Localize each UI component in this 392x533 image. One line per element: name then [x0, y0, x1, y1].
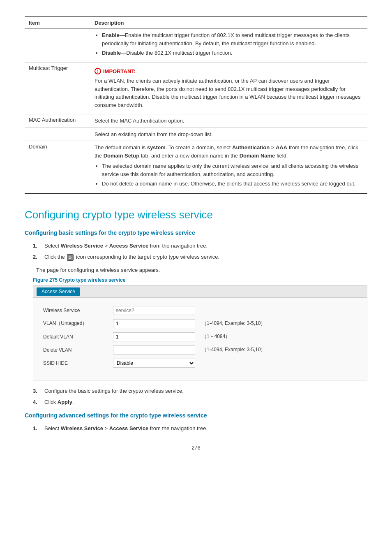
step-text-3: Configure the basic settings for the cry… [44, 387, 367, 395]
figure-label: Figure 275 Crypto type wireless service [33, 277, 367, 283]
important-text: IMPORTANT: [103, 67, 136, 76]
steps-list-basic: 1. Select Wireless Service > Access Serv… [25, 242, 367, 261]
form-row-wireless-service: Wireless Service [43, 306, 357, 315]
figure-tab-bar: Access Service [33, 286, 367, 298]
row-item-empty2 [25, 127, 90, 141]
vlan-untagged-input[interactable] [113, 319, 195, 328]
form-label-wireless-service: Wireless Service [43, 308, 109, 313]
figure-form: Wireless Service VLAN（Untagged） （1-4094,… [33, 298, 367, 380]
step-text-2: Click the ⚙ icon corresponding to the ta… [44, 253, 367, 261]
table-row-mac: MAC Authentication Select the MAC Authen… [25, 114, 367, 128]
table-row-domain: Domain The default domain is system. To … [25, 141, 367, 193]
important-block: ! IMPORTANT: For a WLAN, the clients can… [95, 67, 363, 109]
row-desc-important: ! IMPORTANT: For a WLAN, the clients can… [90, 62, 367, 114]
row-desc-domain-note: Select an existing domain from the drop-… [90, 127, 367, 141]
row-item-mac: MAC Authentication [25, 114, 90, 128]
col-item: Item [25, 17, 90, 29]
form-label-ssid-hide: SSID HIDE [43, 360, 109, 366]
row-item-multicast: Multicast Trigger [25, 62, 90, 114]
step-num-1: 1. [33, 242, 40, 250]
step-3: 3. Configure the basic settings for the … [25, 387, 367, 395]
delete-vlan-input[interactable] [113, 345, 195, 355]
table-row: Enable—Enable the multicast trigger func… [25, 29, 367, 63]
form-label-vlan-untagged: VLAN（Untagged） [43, 320, 109, 327]
step-adv-text-1: Select Wireless Service > Access Service… [44, 424, 367, 433]
wireless-service-input[interactable] [113, 306, 195, 315]
col-description: Description [90, 17, 367, 29]
form-label-delete-vlan: Delete VLAN [43, 347, 109, 353]
page-number: 276 [25, 445, 367, 451]
row-desc-mac: Select the MAC Authentication option. [90, 114, 367, 128]
disable-bold: Disable [102, 50, 121, 56]
row-item-domain: Domain [25, 141, 90, 193]
figure-box: Access Service Wireless Service VLAN（Unt… [33, 285, 367, 380]
step-num-4: 4. [33, 398, 40, 406]
steps-list-advanced: 1. Select Wireless Service > Access Serv… [25, 424, 367, 433]
step-text-1: Select Wireless Service > Access Service… [44, 242, 367, 250]
form-row-ssid-hide: SSID HIDE Disable Enable [43, 359, 357, 368]
form-row-delete-vlan: Delete VLAN （1-4094, Example: 3-5,10） [43, 345, 357, 355]
delete-vlan-hint: （1-4094, Example: 3-5,10） [202, 346, 265, 353]
row-item-empty [25, 29, 90, 63]
form-label-default-vlan: Default VLAN [43, 334, 109, 340]
step-1: 1. Select Wireless Service > Access Serv… [25, 242, 367, 250]
steps-list-after: 3. Configure the basic settings for the … [25, 387, 367, 406]
subsection-basic-title: Configuring basic settings for the crypt… [25, 229, 367, 236]
row-desc-bullets: Enable—Enable the multicast trigger func… [90, 29, 367, 63]
step-note-figure: The page for configuring a wireless serv… [36, 267, 367, 273]
important-icon: ! [95, 68, 101, 74]
subsection-advanced: Configuring advanced settings for the cr… [25, 412, 367, 433]
vlan-untagged-hint: （1-4094, Example: 3-5,10） [202, 320, 265, 327]
table-row-multicast: Multicast Trigger ! IMPORTANT: For a WLA… [25, 62, 367, 114]
row-desc-domain: The default domain is system. To create … [90, 141, 367, 193]
svg-text:⚙: ⚙ [68, 255, 72, 260]
step-adv-1: 1. Select Wireless Service > Access Serv… [25, 424, 367, 433]
form-row-default-vlan: Default VLAN （1－4094） [43, 332, 357, 341]
default-vlan-hint: （1－4094） [202, 333, 230, 340]
default-vlan-input[interactable] [113, 332, 195, 341]
step-2: 2. Click the ⚙ icon corresponding to the… [25, 253, 367, 261]
step-num-2: 2. [33, 253, 40, 261]
main-table: Item Description Enable—Enable the multi… [25, 16, 367, 194]
step-text-4: Click Apply. [44, 398, 367, 406]
subsection-basic: Configuring basic settings for the crypt… [25, 229, 367, 406]
figure-tab: Access Service [37, 287, 80, 296]
step-4: 4. Click Apply. [25, 398, 367, 406]
ssid-hide-select[interactable]: Disable Enable [113, 359, 195, 368]
section-title: Configuring crypto type wireless service [25, 209, 367, 221]
step-adv-num-1: 1. [33, 424, 40, 433]
important-label: ! IMPORTANT: [95, 67, 363, 76]
important-body: For a WLAN, the clients can actively ini… [95, 77, 363, 109]
subsection-advanced-title: Configuring advanced settings for the cr… [25, 412, 367, 419]
enable-bold: Enable [102, 32, 120, 38]
step-num-3: 3. [33, 387, 40, 395]
table-row-domain-note: Select an existing domain from the drop-… [25, 127, 367, 141]
configure-icon: ⚙ [67, 254, 74, 261]
form-row-vlan-untagged: VLAN（Untagged） （1-4094, Example: 3-5,10） [43, 319, 357, 328]
